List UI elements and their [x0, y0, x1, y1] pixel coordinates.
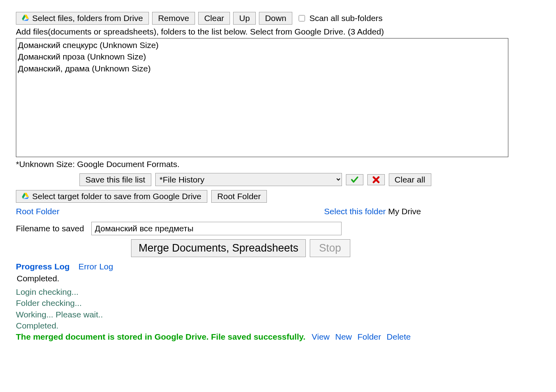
new-link[interactable]: New — [335, 331, 352, 342]
scan-subfolders-wrap[interactable]: Scan all sub-folders — [297, 13, 382, 23]
log-line: Working... Please wait.. — [16, 309, 540, 320]
log-line: Folder checking... — [16, 298, 540, 309]
drive-icon — [22, 192, 29, 201]
select-target-folder-label: Select target folder to save from Google… — [32, 192, 201, 201]
top-toolbar: Select files, folders from Drive Remove … — [16, 12, 540, 25]
filename-row: Filename to saved — [16, 222, 540, 235]
success-line: The merged document is stored in Google … — [16, 331, 540, 342]
drive-icon — [22, 13, 29, 23]
error-log-tab[interactable]: Error Log — [78, 262, 113, 271]
success-message: The merged document is stored in Google … — [16, 332, 305, 341]
save-file-list-button[interactable]: Save this file list — [79, 173, 151, 186]
merge-actions-row: Merge Documents, Spreadsheets Stop — [131, 239, 540, 257]
down-button[interactable]: Down — [259, 12, 292, 25]
view-link[interactable]: View — [312, 331, 330, 342]
file-history-select[interactable]: *File History — [155, 173, 342, 186]
merge-button[interactable]: Merge Documents, Spreadsheets — [131, 239, 306, 257]
delete-link[interactable]: Delete — [387, 331, 411, 342]
log-line: Login checking... — [16, 286, 540, 298]
select-target-folder-button[interactable]: Select target folder to save from Google… — [16, 190, 207, 203]
scan-subfolders-label: Scan all sub-folders — [309, 13, 382, 23]
delete-history-button[interactable] — [367, 174, 385, 185]
select-files-label: Select files, folders from Drive — [32, 13, 143, 23]
scan-subfolders-checkbox[interactable] — [299, 15, 305, 21]
up-button[interactable]: Up — [233, 12, 256, 25]
root-folder-link[interactable]: Root Folder — [16, 207, 60, 216]
progress-log-tab[interactable]: Progress Log — [16, 262, 70, 271]
root-folder-button[interactable]: Root Folder — [211, 190, 267, 203]
filename-input[interactable] — [91, 222, 342, 235]
file-list-item[interactable]: Доманский спецкурс (Unknown Size) — [18, 39, 506, 51]
log-line: Completed. — [16, 320, 540, 331]
success-actions: View New Folder Delete — [312, 331, 411, 342]
clear-all-button[interactable]: Clear all — [389, 173, 431, 186]
save-list-row: Save this file list *File History Clear … — [79, 173, 540, 186]
target-folder-toolbar: Select target folder to save from Google… — [16, 190, 540, 203]
select-files-button[interactable]: Select files, folders from Drive — [16, 12, 149, 25]
unknown-size-note: *Unknown Size: Google Document Formats. — [16, 159, 540, 169]
select-this-folder-link[interactable]: Select this folder — [324, 207, 386, 216]
instruction-text: Add files(documents or spreadsheets), fo… — [16, 27, 540, 37]
check-icon — [350, 175, 359, 184]
clear-button[interactable]: Clear — [198, 12, 230, 25]
file-list-item[interactable]: Доманский проза (Unknown Size) — [18, 51, 506, 62]
log-tabs: Progress Log Error Log — [16, 262, 540, 271]
folder-link[interactable]: Folder — [357, 331, 381, 342]
selected-folder-name: My Drive — [388, 207, 421, 216]
file-list-box[interactable]: Доманский спецкурс (Unknown Size) Доманс… — [16, 38, 508, 157]
filename-label: Filename to saved — [16, 224, 84, 233]
remove-button[interactable]: Remove — [152, 12, 195, 25]
stop-button[interactable]: Stop — [310, 239, 350, 257]
folder-path-row: Root Folder Select this folder My Drive — [16, 207, 540, 216]
log-status: Completed. — [17, 274, 540, 283]
x-icon — [372, 175, 380, 184]
log-output: Login checking... Folder checking... Wor… — [16, 286, 540, 343]
confirm-history-button[interactable] — [346, 174, 363, 185]
file-list-item[interactable]: Доманский, драма (Unknown Size) — [18, 63, 506, 74]
select-this-folder-wrap: Select this folder My Drive — [324, 207, 421, 216]
